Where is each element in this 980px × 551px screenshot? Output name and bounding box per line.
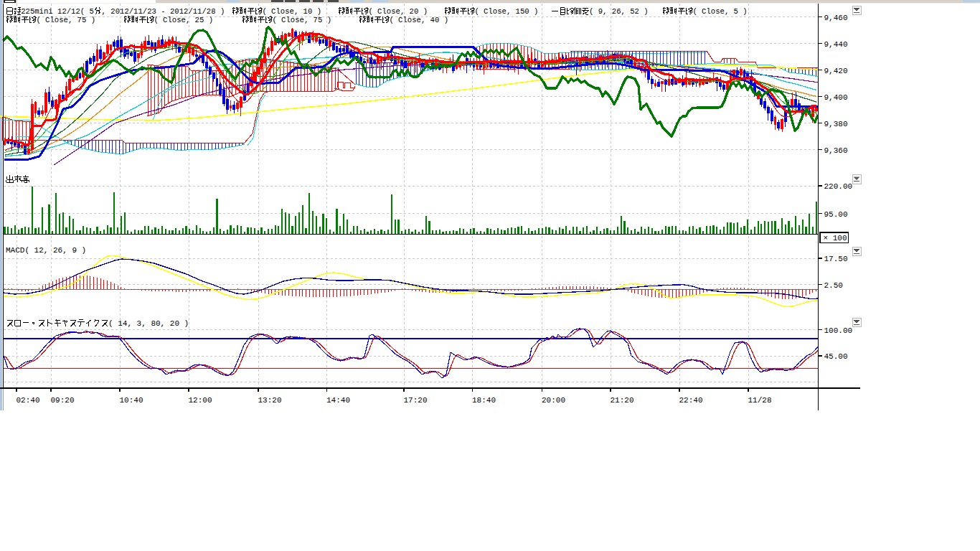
svg-text:( Close, 10 ): ( Close, 10 ): [262, 7, 321, 16]
svg-text:18:40: 18:40: [472, 396, 496, 405]
svg-text:22:40: 22:40: [679, 396, 703, 405]
svg-text:( Close, 20 ): ( Close, 20 ): [368, 7, 428, 16]
svg-text:100.00: 100.00: [824, 326, 853, 335]
svg-text:02:40: 02:40: [17, 396, 40, 405]
svg-text:( Close, 40 ): ( Close, 40 ): [389, 16, 448, 24]
svg-text:20:00: 20:00: [542, 396, 565, 405]
svg-text:( 9, 26, 52 ): ( 9, 26, 52 ): [589, 7, 649, 16]
svg-text:MACD( 12, 26, 9 ): MACD( 12, 26, 9 ): [6, 246, 86, 255]
svg-text:2.50: 2.50: [824, 281, 843, 290]
svg-text:10:40: 10:40: [120, 396, 143, 405]
svg-text:( 14, 3, 80, 20 ): ( 14, 3, 80, 20 ): [108, 319, 189, 328]
svg-text:( Close, 150 ): ( Close, 150 ): [474, 7, 538, 16]
svg-text:225mini 12/12( 5: 225mini 12/12( 5: [21, 7, 94, 16]
svg-text:9,400: 9,400: [824, 93, 848, 102]
svg-text:45.00: 45.00: [824, 352, 848, 361]
svg-text:11/28: 11/28: [748, 396, 772, 405]
svg-text:17:20: 17:20: [404, 396, 428, 405]
svg-text:9,380: 9,380: [824, 120, 848, 128]
svg-text:9,420: 9,420: [824, 67, 848, 75]
svg-text:09:20: 09:20: [51, 396, 75, 405]
svg-text:21:20: 21:20: [611, 396, 634, 405]
svg-text:9,460: 9,460: [824, 14, 848, 22]
svg-text:12:00: 12:00: [189, 396, 212, 405]
svg-text:× 100: × 100: [824, 234, 847, 242]
svg-text:, 2012/11/23 - 2012/11/28 ): , 2012/11/23 - 2012/11/28 ): [102, 7, 225, 16]
svg-text:13:20: 13:20: [258, 396, 282, 405]
svg-text:14:40: 14:40: [326, 396, 350, 405]
svg-text:( Close, 75 ): ( Close, 75 ): [272, 16, 331, 24]
svg-text:9,440: 9,440: [824, 40, 848, 49]
svg-text:95.00: 95.00: [824, 210, 848, 219]
svg-text:220.00: 220.00: [824, 182, 853, 191]
svg-text:17.50: 17.50: [824, 255, 848, 263]
svg-text:( Close, 25 ): ( Close, 25 ): [154, 16, 213, 24]
svg-text:( Close, 75 ): ( Close, 75 ): [36, 16, 95, 24]
svg-text:( Close, 5 ): ( Close, 5 ): [692, 7, 747, 16]
svg-text:9,360: 9,360: [824, 146, 848, 155]
